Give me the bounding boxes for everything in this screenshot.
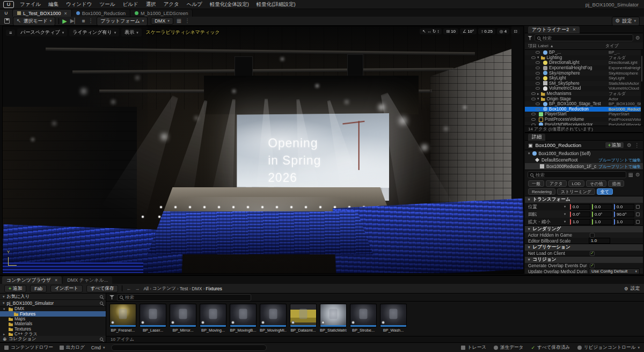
add-collection-icon[interactable]: ⊕ <box>3 336 6 342</box>
filter-icon[interactable] <box>109 295 114 299</box>
menu-item[interactable]: 軽量化(全体設定) <box>206 1 253 8</box>
asset-tile[interactable]: BP_MovingB... <box>230 304 257 333</box>
outliner-row[interactable]: PlayerStart PlayerStart <box>525 112 643 117</box>
lock-icon[interactable] <box>636 212 640 216</box>
visibility-eye-icon[interactable] <box>531 123 536 126</box>
menu-item[interactable]: ツール <box>96 1 119 8</box>
platforms-dropdown[interactable]: プラットフォーム ▾ <box>97 17 148 26</box>
unreal-logo-icon[interactable]: U <box>3 1 14 8</box>
visibility-eye-icon[interactable] <box>536 102 540 105</box>
component-row[interactable]: DefaultSceneRoot ブループリントで編集 <box>525 157 643 163</box>
view-mode-dropdown[interactable]: ライティング有り ▾ <box>69 28 119 36</box>
folder-tree-row[interactable]: ▾ DMX <box>0 306 106 311</box>
console-input[interactable] <box>111 344 267 351</box>
close-icon[interactable]: × <box>64 11 67 16</box>
menu-item[interactable]: 選択 <box>142 1 160 8</box>
editor-mode-dropdown[interactable]: ↖ 選択モード ▾ <box>13 17 55 26</box>
label-column-header[interactable]: 項目 Label ▲ <box>528 43 605 49</box>
visibility-eye-icon[interactable] <box>531 113 536 115</box>
outliner-row[interactable]: PreVizNDIReceiverActor PreVizNDIReceive <box>525 122 643 126</box>
stop-button[interactable]: ■ <box>82 18 85 24</box>
z-value-field[interactable]: 1.0 <box>614 219 634 225</box>
collision-section-header[interactable]: ▾ コリジョン <box>525 256 643 263</box>
visibility-eye-icon[interactable] <box>536 77 540 79</box>
x-value-field[interactable]: 1.0 <box>570 219 590 225</box>
rotate-tool-icon[interactable]: ↻ <box>433 29 436 34</box>
outliner-row[interactable]: ExponentialHeightFog ExponentialHeightFo… <box>525 65 643 71</box>
search-icon[interactable] <box>100 295 103 298</box>
filter-chip[interactable]: 描画 <box>608 180 624 187</box>
edit-blueprint-link[interactable]: ブループリントで編集 <box>598 157 641 163</box>
rotation-snap-control[interactable]: ∠ 10° <box>460 28 477 34</box>
expand-caret-icon[interactable]: ▾ <box>537 97 539 101</box>
breadcrumb-item[interactable]: コンテンツ <box>152 285 176 292</box>
asset-tile[interactable]: BP_Fresnel... <box>109 304 136 333</box>
asset-tile[interactable]: BP_Strobe... <box>350 304 377 333</box>
folder-tree-row[interactable]: ▸ C++ クラス <box>0 332 106 336</box>
camera-speed-control[interactable]: ◎ 4 <box>497 28 509 34</box>
dmx-channel-tab[interactable]: DMX チャンネル... <box>63 276 112 284</box>
chevron-down-icon[interactable]: ▾ <box>564 212 568 216</box>
transform-section-header[interactable]: ▾ トランスフォーム <box>525 196 643 203</box>
menu-item[interactable]: アクタ <box>160 1 183 8</box>
actor-hidden-checkbox[interactable] <box>590 233 595 238</box>
folder-tree-row[interactable]: Maps <box>0 317 106 321</box>
outliner-row[interactable]: ▸ Mechanisms フォルダ <box>525 91 643 97</box>
viewport-menu-button[interactable]: ≡ <box>6 30 15 36</box>
edit-blueprint-link[interactable]: ブループリントで編集 <box>598 164 641 170</box>
outliner-row[interactable]: PostProcessVolume PostProcessVolume <box>525 117 643 122</box>
outliner-row[interactable]: Box1000_Reduction Box1000_Reducti <box>525 107 643 112</box>
visibility-eye-icon[interactable] <box>536 108 540 111</box>
collections-header[interactable]: ⊕ コレクション <box>0 336 106 342</box>
save-all-button[interactable]: すべて保存 <box>86 285 119 292</box>
folder-tree-row[interactable]: Fixtures <box>0 311 106 316</box>
viewport[interactable]: Opening in Spring 2026 Y <box>2 26 524 274</box>
play-options-icon[interactable]: ⋮ <box>88 18 93 24</box>
show-dropdown[interactable]: 表示 ▾ <box>121 28 142 36</box>
breadcrumb-item[interactable]: All <box>143 286 149 291</box>
content-drawer-button[interactable]: コンテンツドロワー <box>4 344 53 351</box>
menu-item[interactable]: 軽量化(詳細設定) <box>253 1 299 8</box>
overlap-method-dropdown[interactable]: Use Config Default ▾ <box>589 268 640 274</box>
breadcrumb-item[interactable]: Fixtures <box>206 286 222 291</box>
settings-dropdown[interactable]: ⚙ 設定 ▾ <box>612 17 640 26</box>
x-value-field[interactable]: 0.0° <box>570 211 590 217</box>
expand-caret-icon[interactable]: ▾ <box>3 307 7 311</box>
asset-search[interactable] <box>117 294 251 301</box>
output-log-button[interactable]: 出力ログ <box>60 344 85 351</box>
outliner-search-input[interactable] <box>543 35 631 41</box>
outliner-row[interactable]: SM_SkySphere StaticMeshActor <box>525 81 643 86</box>
visibility-eye-icon[interactable] <box>536 87 540 90</box>
trace-button[interactable]: トレース <box>461 344 486 351</box>
visibility-eye-icon[interactable] <box>536 72 540 75</box>
save-status-button[interactable]: ✓ すべて保存済み <box>531 344 570 351</box>
y-value-field[interactable]: 0.0 <box>592 204 612 210</box>
asset-search-input[interactable] <box>125 295 248 300</box>
asset-tile[interactable]: BP_Moving... <box>200 304 226 333</box>
component-row[interactable]: Box1000Reduction_1F_chairs ブループリントで編集 <box>525 163 643 170</box>
outliner-row[interactable]: ▾ Lighting フォルダ <box>525 55 643 61</box>
details-more-icon[interactable]: ⋮ <box>634 143 640 148</box>
cmd-dropdown[interactable]: Cmd ▾ <box>91 345 105 350</box>
billboard-scale-field[interactable]: 1.0 <box>589 238 610 244</box>
filter-chip[interactable]: アクタ <box>546 180 567 187</box>
outliner-row[interactable]: SkyLight SkyLight <box>525 76 643 81</box>
expand-caret-icon[interactable]: ▾ <box>528 151 530 156</box>
folder-tree-row[interactable]: Materials <box>0 321 106 326</box>
scalability-warning[interactable]: スケーラビリティシネマティック <box>146 29 220 36</box>
transform-tools[interactable]: ↖ ↔ ↻ ↕ <box>420 28 442 34</box>
forward-arrow-icon[interactable]: → <box>135 286 140 291</box>
frame-skip-button[interactable]: ▶▏ <box>70 18 78 24</box>
add-component-button[interactable]: + 追加 <box>605 142 624 149</box>
outliner-row[interactable]: BP_BOX1000_Stage_Test BP_BOX1000_Stag <box>525 101 643 107</box>
asset-tile[interactable]: BP_StaticMatrix <box>320 304 347 333</box>
z-value-field[interactable]: 0.0 <box>614 204 634 210</box>
breadcrumb-item[interactable]: DMX <box>192 286 202 291</box>
rendering-section-header[interactable]: ▾ レンダリング <box>525 225 643 232</box>
scale-snap-control[interactable]: ↕ 0.25 <box>478 28 495 34</box>
details-search[interactable] <box>528 171 626 178</box>
details-filter-icon[interactable]: ▦ <box>628 172 633 178</box>
perspective-dropdown[interactable]: パースペクティブ ▾ <box>17 28 67 36</box>
menu-item[interactable]: ファイル <box>16 1 45 8</box>
derived-data-button[interactable]: 派生データ <box>494 344 523 351</box>
